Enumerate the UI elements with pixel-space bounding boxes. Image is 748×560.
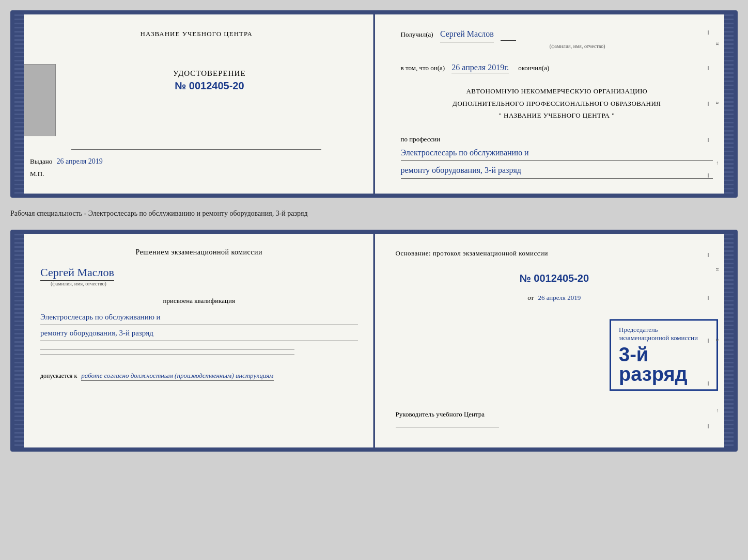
mp-text: М.П. — [30, 170, 44, 178]
rukovoditel-label: Руководитель учебного Центра — [396, 408, 713, 421]
profession2-line1: Электрослесарь по обслуживанию и — [40, 309, 358, 325]
side-text-left: ← — [715, 161, 721, 166]
osnovanie-label: Основание: протокол экзаменационной коми… — [396, 247, 713, 260]
side-dashes-2 — [708, 234, 709, 447]
side-text-i2: и — [715, 268, 721, 271]
dash-line — [501, 29, 516, 41]
rukovoditel-block: Руководитель учебного Центра — [396, 408, 713, 435]
document-card-2: Решением экзаменационной комиссии Сергей… — [10, 230, 738, 452]
name2-handwritten: Сергей Маслов — [40, 266, 114, 281]
profession-line1-1: Электрослесарь по обслуживанию и — [401, 146, 713, 161]
vtom-row: в том, что он(а) 26 апреля 2019г. окончи… — [401, 61, 713, 74]
fio-sublabel-2: (фамилия, имя, отчество) — [51, 281, 358, 286]
dash-6 — [708, 253, 709, 257]
dash-5 — [708, 173, 709, 178]
spine-right-2 — [724, 234, 734, 447]
number-value-1: 0012405-20 — [189, 80, 244, 91]
poluchil-row: Получил(а) Сергей Маслов (фамилия, имя, … — [401, 27, 713, 51]
dopuskaetsya-block: допускается к работе согласно должностны… — [40, 371, 358, 381]
poluchil-label: Получил(а) — [401, 30, 433, 38]
org-block: АВТОНОМНУЮ НЕКОММЕРЧЕСКУЮ ОРГАНИЗАЦИЮ ДО… — [401, 85, 713, 121]
dash-4 — [708, 138, 709, 142]
po-professii-label: по профессии — [401, 135, 441, 143]
stamp-text: 3-й разряд — [619, 345, 709, 384]
side-pattern-1: и а ← — [711, 14, 724, 194]
spine-left-1 — [14, 14, 24, 194]
profession2-line2: ремонту оборудования, 3-й разряд — [40, 325, 358, 341]
profession-block-1: по профессии Электрослесарь по обслужива… — [401, 135, 713, 179]
vtom-label: в том, что он(а) — [401, 64, 445, 72]
page-wrapper: НАЗВАНИЕ УЧЕБНОГО ЦЕНТРА УДОСТОВЕРЕНИЕ №… — [10, 10, 738, 452]
side-pattern-2: и а ← — [711, 234, 724, 447]
profession-block-2: Электрослесарь по обслуживанию и ремонту… — [40, 309, 358, 341]
certificate-number-1: № 0012405-20 — [66, 80, 353, 92]
signature-divider-1 — [71, 149, 321, 150]
side-text-i: и — [715, 42, 721, 45]
komissia-title: Решением экзаменационной комиссии — [40, 247, 358, 258]
doc-left-2: Решением экзаменационной комиссии Сергей… — [14, 234, 375, 447]
stamp: Председатель экзаменационной комиссии 3-… — [610, 319, 718, 391]
number2-block: № 0012405-20 — [396, 268, 713, 289]
number-value-2: 0012405-20 — [534, 273, 589, 284]
dash-2 — [708, 66, 709, 70]
number-prefix-1: № — [175, 80, 186, 91]
ot-row: от 26 апреля 2019 — [396, 291, 713, 305]
dash-8 — [708, 339, 709, 343]
udostoverenie-title: УДОСТОВЕРЕНИЕ — [66, 69, 353, 78]
dash-7 — [708, 296, 709, 300]
vydano-date: 26 апреля 2019 — [57, 157, 103, 165]
spine-left-2 — [14, 234, 24, 447]
ot-label: от — [527, 294, 534, 301]
side-dashes-1 — [708, 14, 709, 194]
org-name: " НАЗВАНИЕ УЧЕБНОГО ЦЕНТРА " — [401, 109, 713, 121]
center-title-1: НАЗВАНИЕ УЧЕБНОГО ЦЕНТРА — [141, 30, 253, 38]
doc-right-1: Получил(а) Сергей Маслов (фамилия, имя, … — [375, 14, 734, 194]
side-text-a: а — [715, 102, 721, 104]
profession-line2-1: ремонту оборудования, 3-й разряд — [401, 163, 713, 179]
assigned-text: присвоена квалификация — [40, 297, 358, 305]
between-label: Рабочая специальность - Электрослесарь п… — [10, 207, 738, 220]
sig-divider-2b — [40, 355, 294, 355]
predsedatel-label: Председатель экзаменационной комиссии — [619, 326, 709, 342]
vtom-date: 26 апреля 2019г. — [451, 63, 509, 73]
vydano-line: Выдано 26 апреля 2019 — [30, 157, 103, 166]
sig-line-rukovoditel — [396, 427, 499, 427]
vydano-label: Выдано — [30, 157, 52, 165]
dash-9 — [708, 381, 709, 386]
dopuskaetsya-value: работе согласно должностным (производств… — [81, 372, 273, 381]
dopuskaetsya-label: допускается к — [40, 372, 77, 379]
okochil-label: окончил(а) — [518, 64, 549, 72]
spine-right-1 — [724, 14, 734, 194]
dash-10 — [708, 424, 709, 428]
name2-block: Сергей Маслов (фамилия, имя, отчество) — [40, 266, 358, 286]
dash-3 — [708, 102, 709, 106]
doc-right-2: Основание: протокол экзаменационной коми… — [375, 234, 734, 447]
doc-left-1: НАЗВАНИЕ УЧЕБНОГО ЦЕНТРА УДОСТОВЕРЕНИЕ №… — [14, 14, 375, 194]
poluchil-name: Сергей Маслов — [440, 27, 494, 42]
ot-date: 26 апреля 2019 — [538, 294, 581, 301]
right2-content: Основание: протокол экзаменационной коми… — [396, 247, 713, 305]
sig-divider-2a — [40, 349, 294, 349]
fio-sublabel-1: (фамилия, имя, отчество) — [442, 42, 713, 51]
org-line2: ДОПОЛНИТЕЛЬНОГО ПРОФЕССИОНАЛЬНОГО ОБРАЗО… — [401, 98, 713, 109]
dash-1 — [708, 30, 709, 35]
number-prefix-2: № — [519, 273, 531, 284]
side-text-left2: ← — [715, 408, 721, 413]
side-text-a2: а — [715, 339, 721, 341]
org-line1: АВТОНОМНУЮ НЕКОММЕРЧЕСКУЮ ОРГАНИЗАЦИЮ — [401, 85, 713, 97]
document-card-1: НАЗВАНИЕ УЧЕБНОГО ЦЕНТРА УДОСТОВЕРЕНИЕ №… — [10, 10, 738, 198]
